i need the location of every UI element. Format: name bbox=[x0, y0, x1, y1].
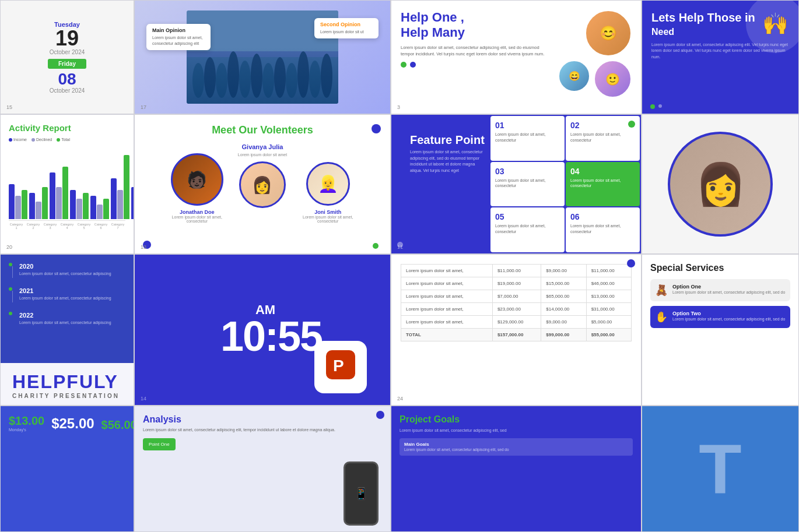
bar-group-2 bbox=[29, 187, 48, 219]
timeline-year-1: 2020 bbox=[19, 263, 111, 270]
calendar-date2: 08 bbox=[58, 71, 76, 87]
activity-slide: Activity Report Income Declined Total bbox=[0, 114, 134, 254]
table-content: Lorem ipsum dolor sit amet, $11,000.00 $… bbox=[391, 255, 641, 351]
main-grid: Tuesday 19 October 2024 Friday 08 Octobe… bbox=[0, 0, 799, 532]
slide-num-table: 24 bbox=[397, 396, 403, 401]
feature-text-3: Lorem ipsum dolor sit amet, consectetur bbox=[495, 178, 560, 189]
feature-text-4: Lorem ipsum dolor sit amet, consectetur bbox=[570, 178, 635, 189]
feature-num-4: 04 bbox=[570, 167, 635, 176]
bar-gray-6 bbox=[117, 190, 123, 219]
lets-help-deco bbox=[650, 104, 662, 109]
ppt-icon: P bbox=[326, 350, 355, 385]
money-item-3: $56.00 bbox=[101, 418, 134, 432]
feature-item-1: 01 Lorem ipsum dolor sit amet, consectet… bbox=[490, 116, 565, 161]
bar-green-1 bbox=[22, 190, 27, 219]
lets-help-dot-white bbox=[658, 104, 662, 108]
main-opinion-title: Main Opinion bbox=[152, 27, 205, 33]
feature-text-2: Lorem ipsum dolor sit amet, consectetur bbox=[570, 132, 635, 143]
timeline-year-2: 2021 bbox=[19, 287, 111, 294]
green-dot bbox=[401, 62, 406, 68]
activity-title-accent: Report bbox=[43, 123, 71, 133]
table-row-2: Lorem ipsum dolor sit amet, $19,000.00 $… bbox=[401, 277, 632, 290]
slide-num-feature: 11 bbox=[397, 244, 403, 250]
feature-item-5: 05 Lorem ipsum dolor sit amet, consectet… bbox=[490, 207, 565, 252]
timeline-year-3: 2022 bbox=[19, 312, 111, 319]
feature-grid: 01 Lorem ipsum dolor sit amet, consectet… bbox=[489, 115, 641, 253]
table-cell-c3-4: $31,000.00 bbox=[586, 303, 631, 316]
volunteers-title: Meet Our Volenteers bbox=[144, 124, 381, 136]
person-photo-slide: 👩 bbox=[642, 114, 799, 254]
timeline-text-area-1: 2020 Lorem ipsum dolor sit amet, consect… bbox=[19, 263, 111, 283]
activity-title: Activity Report bbox=[9, 123, 125, 133]
service-name-1: Option One bbox=[672, 284, 785, 290]
bar-blue-6 bbox=[111, 178, 117, 219]
calendar-month2: October 2024 bbox=[50, 87, 85, 94]
kid-face-small: 😄 bbox=[559, 61, 589, 91]
slide-num-opinion: 17 bbox=[141, 104, 146, 110]
timeline-item-1: 2020 Lorem ipsum dolor sit amet, consect… bbox=[9, 263, 125, 283]
feature-slide: Feature Point Lorem ipsum dolor sit amet… bbox=[391, 114, 642, 254]
volunteer-face-2: 👩 bbox=[252, 175, 272, 195]
bar-chart bbox=[9, 145, 125, 221]
bar-gray-4 bbox=[76, 199, 82, 219]
feature-num-3: 03 bbox=[495, 167, 560, 176]
project-goals-slide: Project Goals Lorem ipsum dolor sit amet… bbox=[391, 406, 642, 532]
activity-title-text: Activity bbox=[9, 123, 40, 133]
calendar-date1: 19 bbox=[55, 28, 79, 49]
bar-gray-1 bbox=[15, 196, 21, 219]
chart-label-1: Category 1 bbox=[9, 223, 24, 230]
bar-group-4 bbox=[70, 190, 89, 219]
feature-left-content: Feature Point Lorem ipsum dolor sit amet… bbox=[401, 124, 497, 183]
project-goals-title-accent: Goals bbox=[434, 414, 460, 424]
clock-time-display: 10:55 bbox=[220, 315, 322, 357]
services-title: Special Services bbox=[650, 263, 790, 273]
bar-green-3 bbox=[62, 167, 68, 219]
bar-blue-5 bbox=[90, 196, 96, 219]
powerpoint-card: P bbox=[314, 341, 367, 393]
calendar-month1: October 2024 bbox=[50, 49, 85, 55]
volunteers-title-accent: Volenteers bbox=[260, 124, 313, 136]
project-goals-content: Project Goals Lorem ipsum dolor sit amet… bbox=[391, 406, 641, 466]
brand-overlay: HELPFULY CHARITY PRESENTATION bbox=[1, 363, 134, 405]
chart-labels: Category 1 Category 2 Category 3 Categor… bbox=[9, 223, 125, 230]
feature-num-1: 01 bbox=[495, 121, 560, 130]
feature-num-5: 05 bbox=[495, 212, 560, 221]
feature-num-2: 02 bbox=[570, 121, 635, 130]
timeline-text-1: Lorem ipsum dolor sit amet, consectetur … bbox=[19, 271, 111, 277]
slide-num-help: 3 bbox=[397, 104, 400, 110]
table-cell-c3-1: $11,000.00 bbox=[586, 265, 631, 277]
feature-dot-green bbox=[628, 121, 635, 128]
bar-group-6 bbox=[111, 155, 129, 219]
feature-item-4-highlight: 04 Lorem ipsum dolor sit amet, consectet… bbox=[566, 162, 640, 207]
table-cell-total-c2: $99,000.00 bbox=[541, 329, 586, 341]
special-services-slide: Special Services 🧸 Option One Lorem ipsu… bbox=[642, 254, 799, 406]
blue-dot bbox=[410, 62, 416, 68]
money-item-2: $25.00 bbox=[51, 415, 94, 432]
bar-gray-2 bbox=[36, 202, 41, 219]
volunteer-item-3: 👱‍♀️ Joni Smith Lorem ipsum dolor sit am… bbox=[299, 162, 357, 223]
volunteers-row: 🧑🏿 Jonathan Doe Lorem ipsum dolor sit am… bbox=[144, 143, 381, 223]
legend-dot-blue bbox=[9, 138, 12, 142]
legend-income: Income bbox=[9, 138, 27, 142]
goal-title-1: Main Goals bbox=[404, 442, 628, 447]
table-cell-label-5: Lorem ipsum dolor sit amet, bbox=[401, 316, 493, 329]
dot-deco-green bbox=[373, 243, 379, 249]
slide-num-volunteers: 13 bbox=[141, 244, 146, 250]
table-dot-blue bbox=[627, 259, 635, 267]
table-cell-c1-4: $23,000.00 bbox=[492, 303, 541, 316]
volunteers-slide: Meet Our Volenteers 🧑🏿 Jonathan Doe Lore… bbox=[134, 114, 391, 254]
money-values-row: $13.00 Monday's $25.00 $56.00 bbox=[9, 414, 125, 432]
phone-mockup: 📱 bbox=[344, 461, 379, 526]
bar-group-1 bbox=[9, 184, 27, 219]
main-opinion-card: Main Opinion Lorem ipsum dolor sit amet,… bbox=[146, 24, 211, 50]
timeline-text-3: Lorem ipsum dolor sit amet, consectetur … bbox=[19, 320, 111, 326]
bar-green-2 bbox=[42, 187, 48, 219]
analysis-title: Analysis bbox=[143, 414, 382, 425]
table-cell-c1-3: $7,000.00 bbox=[492, 290, 541, 303]
service-desc-1: Lorem ipsum dolor sit amet, consectetur … bbox=[672, 290, 785, 295]
chart-legend: Income Declined Total bbox=[9, 138, 125, 142]
ppt-svg: P bbox=[326, 350, 355, 379]
legend-dot-green bbox=[57, 138, 60, 142]
bar-blue-4 bbox=[70, 190, 76, 219]
project-goals-title-text: Project bbox=[400, 414, 431, 424]
